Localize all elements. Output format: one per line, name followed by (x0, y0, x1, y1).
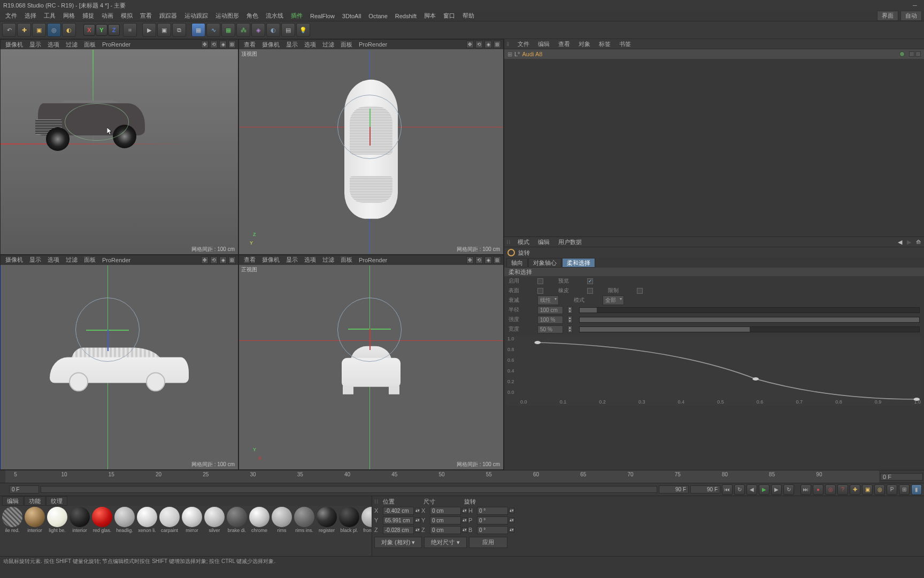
checkbox-rubber[interactable] (587, 288, 593, 294)
attr-mode[interactable]: 模式 (514, 238, 533, 247)
dropdown-mode[interactable]: 全部 (603, 295, 624, 305)
attr-tab-0[interactable]: 轴向 (506, 258, 528, 268)
time-end-field[interactable]: 90 F (659, 485, 689, 493)
light-icon[interactable]: 💡 (296, 23, 310, 37)
menu-运动图形[interactable]: 运动图形 (212, 11, 242, 21)
menu-网格[interactable]: 网格 (60, 11, 78, 21)
attr-tab-1[interactable]: 对象轴心 (528, 258, 561, 268)
vp-menu-面板[interactable]: 面板 (338, 255, 355, 264)
menu-跟踪器[interactable]: 跟踪器 (156, 11, 180, 21)
obj-tab-文件[interactable]: 文件 (514, 40, 533, 49)
checkbox-preview[interactable] (587, 278, 593, 284)
mat-tab-纹理[interactable]: 纹理 (46, 496, 67, 506)
viewport-side[interactable]: 摄像机显示选项过滤面板ProRender✥⟲◈⊞ 网格间距 : 100 cm (0, 255, 238, 470)
menu-Redshift[interactable]: Redshift (392, 12, 420, 20)
pos-y-input[interactable]: 65.991 cm (383, 516, 414, 524)
attr-userdata[interactable]: 用户数据 (555, 238, 586, 247)
key-sel-icon[interactable]: ▮ (911, 484, 922, 495)
menu-插件[interactable]: 插件 (288, 11, 306, 21)
material-chrome[interactable]: chrome (248, 507, 271, 555)
obj-tab-查看[interactable]: 查看 (555, 40, 574, 49)
menu-选择[interactable]: 选择 (21, 11, 40, 21)
key-param-icon[interactable]: P (887, 484, 897, 495)
autokey-icon[interactable]: ◎ (825, 484, 836, 495)
vp-menu-ProRender[interactable]: ProRender (99, 41, 133, 48)
render-picture-icon[interactable]: ⧉ (172, 23, 186, 37)
up-icon[interactable]: ⟰ (914, 238, 922, 246)
material-rims[interactable]: rims (271, 507, 293, 555)
falloff-curve[interactable]: 1.00.80.60.40.20.0 0.00.10.20.30.40.50.6… (506, 336, 922, 406)
menu-Octane[interactable]: Octane (365, 12, 390, 20)
dropdown-falloff[interactable]: 线性 (537, 295, 559, 305)
input-width[interactable]: 50 % (537, 325, 563, 333)
vp-nav-icon-1[interactable]: ⟲ (210, 256, 218, 264)
play-icon[interactable]: ▶ (759, 484, 769, 495)
menu-RealFlow[interactable]: RealFlow (307, 12, 338, 20)
vp-menu-选项[interactable]: 选项 (45, 40, 62, 49)
menu-窗口[interactable]: 窗口 (440, 11, 458, 21)
loop-icon[interactable]: ↻ (734, 484, 745, 495)
menu-文件[interactable]: 文件 (2, 11, 20, 21)
cube-primitive-icon[interactable]: ▦ (191, 23, 205, 37)
vp-menu-ProRender[interactable]: ProRender (356, 256, 390, 264)
vp-nav-icon-2[interactable]: ◈ (219, 256, 227, 264)
pos-z-input[interactable]: -0.028 cm (383, 526, 414, 534)
material-black pl.[interactable]: black pl. (338, 507, 360, 555)
rot-p-input[interactable]: 0 ° (477, 516, 508, 524)
key-rot-icon[interactable]: ◎ (874, 484, 885, 495)
vp-nav-icon-3[interactable]: ⊞ (494, 41, 501, 48)
vp-menu-查看[interactable]: 查看 (241, 255, 258, 264)
prev-frame-icon[interactable]: ◀ (746, 484, 757, 495)
material-interior[interactable]: interior (24, 507, 46, 555)
time-start-field[interactable]: 0 F (9, 485, 39, 493)
spline-icon[interactable]: ∿ (206, 23, 220, 37)
vp-menu-显示[interactable]: 显示 (27, 40, 44, 49)
vp-menu-ProRender[interactable]: ProRender (356, 41, 390, 48)
interface-button[interactable]: 界面 (877, 11, 898, 21)
menu-角色[interactable]: 角色 (243, 11, 261, 21)
obj-tab-对象[interactable]: 对象 (575, 40, 594, 49)
prev-icon[interactable]: ◀ (896, 238, 904, 246)
menu-流水线[interactable]: 流水线 (263, 11, 287, 21)
material-carpaint[interactable]: carpaint (158, 507, 181, 555)
menu-动画[interactable]: 动画 (98, 11, 117, 21)
vp-menu-显示[interactable]: 显示 (283, 255, 301, 264)
menu-模拟[interactable]: 模拟 (118, 11, 136, 21)
vp-nav-icon-3[interactable]: ⊞ (228, 41, 236, 48)
menu-捕捉[interactable]: 捕捉 (79, 11, 97, 21)
vp-menu-ProRender[interactable]: ProRender (99, 256, 133, 264)
editor-vis-icon[interactable] (909, 51, 914, 57)
camera-icon[interactable]: ▤ (281, 23, 295, 37)
menu-宣看[interactable]: 宣看 (137, 11, 155, 21)
checkbox-limit[interactable] (637, 288, 643, 294)
coord-abs-dropdown[interactable]: 绝对尺寸 ▾ (424, 537, 466, 548)
vp-nav-icon-1[interactable]: ⟲ (475, 256, 483, 264)
vp-menu-摄像机[interactable]: 摄像机 (3, 255, 26, 264)
axis-y-button[interactable]: Y (96, 24, 107, 36)
coord-apply-button[interactable]: 应用 (469, 537, 507, 548)
vp-nav-icon-0[interactable]: ✥ (466, 41, 474, 48)
obj-tab-书签[interactable]: 书签 (615, 40, 635, 49)
material-front wi.[interactable]: front wi. (360, 507, 372, 555)
obj-tab-标签[interactable]: 标签 (595, 40, 614, 49)
viewport-top[interactable]: 查看摄像机显示选项过滤面板ProRender✥⟲◈⊞ 顶视图 ZY 网格间距 :… (238, 39, 504, 255)
vp-menu-面板[interactable]: 面板 (81, 40, 98, 49)
auto-button[interactable]: 自动 (900, 11, 922, 21)
vp-nav-icon-2[interactable]: ◈ (484, 41, 492, 48)
next-frame-icon[interactable]: ▶ (771, 484, 782, 495)
vp-nav-icon-1[interactable]: ⟲ (210, 41, 218, 48)
nurbs-icon[interactable]: ▦ (221, 23, 235, 37)
spinner-width[interactable]: ▴▾ (567, 325, 573, 333)
goto-start-icon[interactable]: ⏮ (722, 484, 733, 495)
menu-帮助[interactable]: 帮助 (459, 11, 478, 21)
material-register[interactable]: register (315, 507, 338, 555)
slider-radius[interactable] (579, 307, 920, 313)
menu-3DtoAll[interactable]: 3DtoAll (339, 12, 364, 20)
vp-menu-显示[interactable]: 显示 (27, 255, 44, 264)
deformer-icon[interactable]: ◈ (251, 23, 265, 37)
vp-nav-icon-0[interactable]: ✥ (201, 41, 209, 48)
vp-nav-icon-0[interactable]: ✥ (201, 256, 209, 264)
menu-脚本[interactable]: 脚本 (421, 11, 439, 21)
material-light be.[interactable]: light be. (46, 507, 68, 555)
material-headlig.[interactable]: headlig. (113, 507, 136, 555)
